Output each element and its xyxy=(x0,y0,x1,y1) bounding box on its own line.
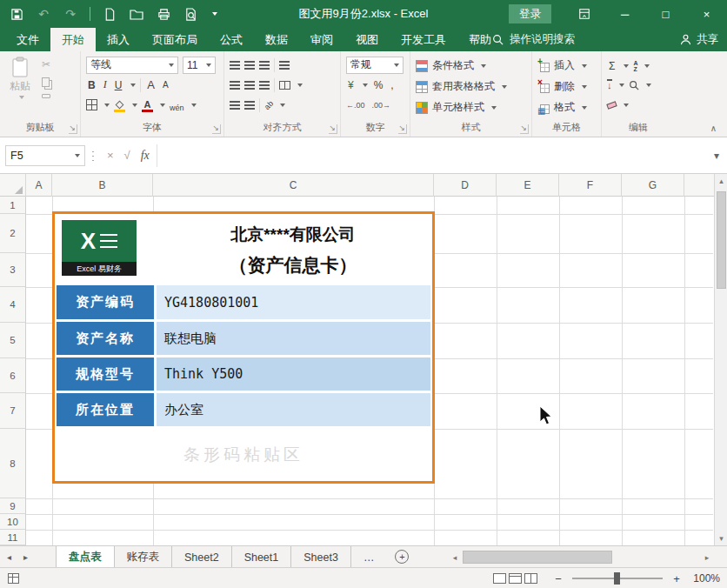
find-dropdown-icon[interactable] xyxy=(646,84,651,87)
macro-record-icon[interactable] xyxy=(8,573,19,584)
delete-cells-button[interactable]: × 删除 xyxy=(537,77,597,96)
sheet-tab-overflow[interactable]: … xyxy=(351,546,387,568)
conditional-formatting-button[interactable]: 条件格式 xyxy=(416,57,528,75)
field-label[interactable]: 资产名称 xyxy=(57,322,154,355)
increase-font-size-button[interactable]: A xyxy=(145,78,157,91)
cancel-icon[interactable]: × xyxy=(107,149,114,162)
clipboard-dialog-launcher-icon[interactable]: ↘ xyxy=(69,124,77,134)
vertical-scroll-thumb[interactable] xyxy=(717,191,726,289)
number-dialog-launcher-icon[interactable]: ↘ xyxy=(398,124,407,134)
normal-view-icon[interactable] xyxy=(493,573,506,584)
page-break-view-icon[interactable] xyxy=(524,573,537,584)
bold-button[interactable]: B xyxy=(86,79,97,91)
tab-view[interactable]: 视图 xyxy=(344,28,390,51)
scroll-left-icon[interactable]: ◂ xyxy=(449,553,461,562)
number-format-select[interactable]: 常规 xyxy=(346,57,404,74)
format-painter-icon[interactable] xyxy=(42,94,50,98)
column-header-g[interactable]: G xyxy=(622,174,684,197)
align-bottom-icon[interactable] xyxy=(259,61,270,70)
alignment-dialog-launcher-icon[interactable]: ↘ xyxy=(329,124,337,134)
maximize-button[interactable]: □ xyxy=(645,0,686,28)
scroll-up-icon[interactable]: ▴ xyxy=(715,174,727,188)
horizontal-scrollbar[interactable]: ◂ ▸ xyxy=(449,549,713,565)
row-header-3[interactable]: 3 xyxy=(0,253,25,287)
row-header-8[interactable]: 8 xyxy=(0,429,25,498)
insert-cells-button[interactable]: + 插入 xyxy=(537,57,597,75)
row-header-10[interactable]: 10 xyxy=(0,514,25,530)
accounting-dropdown-icon[interactable] xyxy=(363,84,368,87)
enter-icon[interactable]: √ xyxy=(124,149,130,162)
tab-review[interactable]: 审阅 xyxy=(299,28,344,51)
sheet-tab-sheet2[interactable]: Sheet2 xyxy=(172,546,232,568)
tab-developer[interactable]: 开发工具 xyxy=(390,28,457,51)
tab-formulas[interactable]: 公式 xyxy=(209,28,254,51)
align-middle-icon[interactable] xyxy=(244,61,255,70)
name-box[interactable]: F5 xyxy=(5,145,85,166)
new-sheet-button[interactable]: + xyxy=(395,550,409,564)
clear-icon[interactable] xyxy=(606,101,617,109)
zoom-slider[interactable] xyxy=(572,578,663,579)
decrease-font-size-button[interactable]: A xyxy=(161,80,170,90)
decrease-decimal-button[interactable]: .00→ xyxy=(372,101,391,110)
wrap-text-icon[interactable] xyxy=(279,61,290,70)
close-button[interactable]: × xyxy=(686,0,727,28)
cell-styles-button[interactable]: 单元格样式 xyxy=(416,98,528,117)
field-value[interactable]: Think Y500 xyxy=(157,357,430,391)
column-header-e[interactable]: E xyxy=(497,174,559,197)
select-all-corner[interactable] xyxy=(0,174,26,197)
row-header-9[interactable]: 9 xyxy=(0,498,25,514)
column-header-f[interactable]: F xyxy=(559,174,622,197)
increase-indent-icon[interactable] xyxy=(244,101,255,110)
sheet-nav-left-icon[interactable]: ◂ xyxy=(7,552,11,562)
row-header-2[interactable]: 2 xyxy=(0,214,25,253)
merge-center-icon[interactable] xyxy=(279,81,290,90)
column-header-a[interactable]: A xyxy=(26,174,52,197)
autosum-button[interactable]: Σ xyxy=(607,60,617,72)
paste-button[interactable]: 粘贴 xyxy=(4,57,36,99)
formula-input[interactable] xyxy=(157,144,706,167)
tell-me-search[interactable]: 操作说明搜索 xyxy=(492,28,575,51)
row-header-1[interactable]: 1 xyxy=(0,197,25,214)
share-button[interactable]: 共享 xyxy=(680,28,718,51)
expand-formula-bar-icon[interactable]: ▾ xyxy=(706,150,727,162)
sort-dropdown-icon[interactable] xyxy=(644,64,650,68)
font-name-select[interactable]: 等线 xyxy=(86,57,178,74)
formula-bar-handle[interactable] xyxy=(90,149,95,163)
sign-in-button[interactable]: 登录 xyxy=(509,4,551,23)
phonetic-dropdown-icon[interactable] xyxy=(191,104,197,107)
align-top-icon[interactable] xyxy=(230,61,240,70)
row-header-11[interactable]: 11 xyxy=(0,530,25,545)
row-header-7[interactable]: 7 xyxy=(0,393,25,429)
decrease-indent-icon[interactable] xyxy=(230,101,240,110)
field-value[interactable]: 联想电脑 xyxy=(157,322,430,355)
scroll-right-icon[interactable]: ▸ xyxy=(701,553,713,562)
field-label[interactable]: 资产编码 xyxy=(57,285,154,319)
fill-color-dropdown-icon[interactable] xyxy=(132,104,137,107)
column-header-b[interactable]: B xyxy=(52,174,153,197)
font-color-dropdown-icon[interactable] xyxy=(160,104,165,107)
ribbon-display-options-icon[interactable] xyxy=(564,0,604,28)
tab-data[interactable]: 数据 xyxy=(254,28,299,51)
minimize-button[interactable]: ─ xyxy=(604,0,645,28)
borders-dropdown-icon[interactable] xyxy=(104,104,110,107)
page-layout-view-icon[interactable] xyxy=(509,573,522,584)
borders-icon[interactable] xyxy=(86,99,97,110)
row-header-4[interactable]: 4 xyxy=(0,287,25,323)
orientation-dropdown-icon[interactable] xyxy=(280,104,285,107)
insert-function-icon[interactable]: fx xyxy=(141,149,150,163)
orientation-icon[interactable]: ab xyxy=(263,98,275,110)
sort-filter-icon[interactable]: AZ xyxy=(633,60,637,72)
field-label[interactable]: 所在位置 xyxy=(57,393,154,426)
sheet-nav-right-icon[interactable]: ▸ xyxy=(23,552,28,562)
row-header-6[interactable]: 6 xyxy=(0,358,25,393)
zoom-in-button[interactable]: + xyxy=(671,572,682,585)
field-value[interactable]: 办公室 xyxy=(157,393,430,426)
underline-button[interactable]: U xyxy=(113,79,124,91)
zoom-slider-thumb[interactable] xyxy=(614,572,620,585)
cut-icon[interactable]: ✂ xyxy=(42,58,50,70)
format-as-table-button[interactable]: 套用表格格式 xyxy=(416,77,528,96)
horizontal-scroll-track[interactable] xyxy=(461,551,701,564)
autosum-dropdown-icon[interactable] xyxy=(624,64,629,68)
scroll-down-icon[interactable]: ▾ xyxy=(715,531,727,545)
column-header-c[interactable]: C xyxy=(153,174,434,197)
